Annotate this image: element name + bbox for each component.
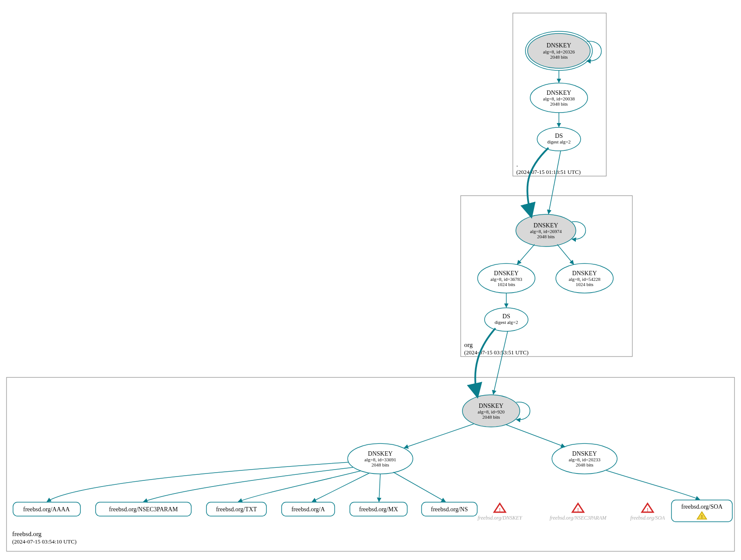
svg-text:freebsd.org/MX: freebsd.org/MX — [359, 506, 398, 513]
zone-root: . (2024-07-15 01:18:51 UTC) DNSKEY alg=8… — [513, 13, 606, 176]
svg-text:freebsd.org/SOA: freebsd.org/SOA — [630, 515, 665, 521]
svg-text:freebsd.org/NSEC3PARAM: freebsd.org/NSEC3PARAM — [109, 506, 178, 513]
warn-dnskey: ! freebsd.org/DNSKEY — [478, 503, 522, 521]
svg-text:DNSKEY: DNSKEY — [479, 403, 504, 409]
svg-text:2048 bits: 2048 bits — [550, 101, 568, 107]
edge — [47, 462, 349, 502]
svg-text:alg=8, id=54228: alg=8, id=54228 — [569, 277, 601, 282]
edge — [606, 470, 700, 500]
svg-text:1024 bits: 1024 bits — [498, 282, 515, 287]
svg-text:DNSKEY: DNSKEY — [368, 450, 393, 457]
svg-text:!: ! — [701, 514, 703, 519]
node-freebsd-zsk1: DNSKEY alg=8, id=33691 2048 bits — [348, 443, 413, 474]
zone-org: org (2024-07-15 03:53:51 UTC) DNSKEY alg… — [461, 196, 632, 357]
svg-text:freebsd.org/AAAA: freebsd.org/AAAA — [23, 506, 70, 513]
node-org-zsk1: DNSKEY alg=8, id=36783 1024 bits — [478, 263, 535, 293]
node-org-ds: DS digest alg=2 — [485, 308, 528, 331]
svg-text:freebsd.org/NS: freebsd.org/NS — [431, 506, 468, 513]
svg-text:freebsd.org/DNSKEY: freebsd.org/DNSKEY — [478, 515, 522, 521]
svg-text:alg=8, id=26974: alg=8, id=26974 — [530, 229, 562, 234]
zone-freebsd-time: (2024-07-15 03:54:10 UTC) — [12, 538, 76, 545]
svg-text:alg=8, id=20038: alg=8, id=20038 — [543, 96, 575, 101]
svg-text:2048 bits: 2048 bits — [576, 462, 594, 467]
zone-freebsd: freebsd.org (2024-07-15 03:54:10 UTC) DN… — [7, 377, 734, 551]
svg-text:2048 bits: 2048 bits — [550, 54, 568, 60]
node-org-ksk: DNSKEY alg=8, id=26974 2048 bits — [516, 214, 586, 247]
node-freebsd-ksk: DNSKEY alg=8, id=920 2048 bits — [462, 395, 530, 427]
edge-zone — [527, 148, 548, 216]
svg-text:DNSKEY: DNSKEY — [494, 270, 519, 277]
edge-zone — [475, 328, 495, 396]
svg-text:1024 bits: 1024 bits — [576, 282, 594, 287]
dnssec-graph: . (2024-07-15 01:18:51 UTC) DNSKEY alg=8… — [0, 0, 741, 560]
zone-org-label: org — [464, 341, 473, 348]
leaf-mx: freebsd.org/MX — [350, 502, 407, 516]
edge — [557, 244, 574, 264]
svg-text:2048 bits: 2048 bits — [537, 234, 555, 239]
zone-root-label: . — [516, 161, 518, 168]
svg-text:2048 bits: 2048 bits — [482, 414, 500, 420]
svg-text:!: ! — [577, 507, 579, 512]
svg-text:freebsd.org/NSEC3PARAM: freebsd.org/NSEC3PARAM — [550, 515, 607, 521]
leaf-nsec3param: freebsd.org/NSEC3PARAM — [96, 502, 191, 516]
svg-text:alg=8, id=36783: alg=8, id=36783 — [491, 277, 522, 282]
warn-nsec3: ! freebsd.org/NSEC3PARAM — [550, 503, 607, 521]
edge — [517, 244, 535, 264]
svg-text:2048 bits: 2048 bits — [372, 462, 389, 467]
svg-text:DNSKEY: DNSKEY — [534, 222, 558, 229]
edge — [379, 474, 380, 502]
node-root-ds: DS digest alg=2 — [537, 127, 581, 151]
edge — [493, 331, 508, 394]
svg-text:DS: DS — [502, 313, 510, 320]
svg-text:alg=8, id=20233: alg=8, id=20233 — [569, 457, 601, 462]
node-freebsd-zsk2: DNSKEY alg=8, id=20233 2048 bits — [552, 443, 617, 474]
svg-text:DNSKEY: DNSKEY — [547, 42, 572, 49]
node-root-ksk: DNSKEY alg=8, id=20326 2048 bits — [525, 31, 601, 70]
edge — [393, 472, 445, 502]
svg-text:DS: DS — [555, 133, 563, 139]
svg-text:digest alg=2: digest alg=2 — [495, 320, 518, 325]
svg-text:freebsd.org/TXT: freebsd.org/TXT — [216, 506, 257, 513]
edge — [506, 425, 565, 447]
edge — [548, 151, 561, 214]
edge — [312, 473, 369, 502]
svg-text:!: ! — [647, 507, 648, 512]
warn-soa: ! freebsd.org/SOA — [630, 503, 665, 521]
svg-text:alg=8, id=920: alg=8, id=920 — [478, 409, 505, 414]
svg-text:freebsd.org/A: freebsd.org/A — [291, 506, 325, 513]
svg-text:DNSKEY: DNSKEY — [572, 450, 597, 457]
leaf-ns: freebsd.org/NS — [422, 502, 477, 516]
edge — [143, 467, 353, 502]
svg-text:DNSKEY: DNSKEY — [572, 270, 597, 277]
leaf-txt: freebsd.org/TXT — [206, 502, 266, 516]
node-org-zsk2: DNSKEY alg=8, id=54228 1024 bits — [556, 263, 613, 293]
svg-text:digest alg=2: digest alg=2 — [547, 139, 571, 144]
svg-text:freebsd.org/SOA: freebsd.org/SOA — [681, 503, 723, 510]
leaf-aaaa: freebsd.org/AAAA — [13, 502, 80, 516]
zone-freebsd-label: freebsd.org — [12, 530, 42, 537]
node-root-zsk: DNSKEY alg=8, id=20038 2048 bits — [530, 83, 588, 113]
svg-text:DNSKEY: DNSKEY — [547, 90, 572, 96]
svg-text:alg=8, id=20326: alg=8, id=20326 — [543, 49, 575, 54]
edge — [404, 424, 474, 448]
zone-root-time: (2024-07-15 01:18:51 UTC) — [516, 169, 581, 175]
svg-text:alg=8, id=33691: alg=8, id=33691 — [365, 457, 396, 462]
leaf-a: freebsd.org/A — [282, 502, 335, 516]
leaf-soa: freebsd.org/SOA ! — [671, 500, 732, 522]
zone-org-time: (2024-07-15 03:53:51 UTC) — [464, 349, 528, 356]
svg-text:!: ! — [499, 507, 501, 512]
